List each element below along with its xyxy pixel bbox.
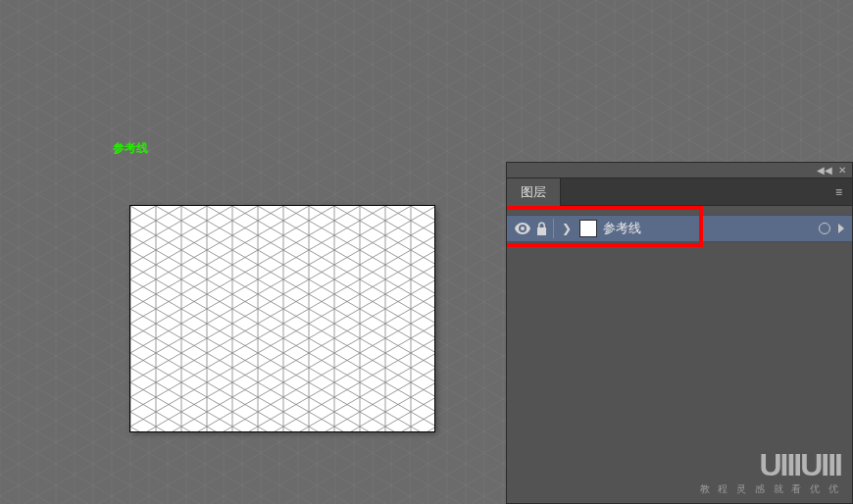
tab-label: 图层 <box>521 183 546 201</box>
panel-topbar: ◀◀ ✕ <box>507 163 852 178</box>
target-icon[interactable] <box>819 223 830 234</box>
close-panel-icon[interactable]: ✕ <box>838 165 846 176</box>
label-text: 参考线 <box>113 140 148 157</box>
collapse-panel-icon[interactable]: ◀◀ <box>817 165 832 176</box>
panel-menu-icon[interactable]: ≡ <box>826 185 852 199</box>
layer-thumbnail[interactable] <box>579 220 597 237</box>
select-indicator-icon[interactable] <box>838 224 844 233</box>
visibility-toggle-icon[interactable] <box>515 223 530 234</box>
column-divider <box>553 219 554 238</box>
panel-tab-bar: 图层 ≡ <box>507 178 852 206</box>
artboard[interactable] <box>130 206 434 431</box>
canvas-selection-label: 参考线 <box>113 140 148 157</box>
expand-chevron-icon[interactable]: ❯ <box>560 222 574 235</box>
svg-rect-1 <box>130 206 434 431</box>
tab-layers[interactable]: 图层 <box>507 178 561 206</box>
layer-row[interactable]: ❯ 参考线 <box>507 215 852 242</box>
lock-icon[interactable] <box>536 222 547 235</box>
layers-panel: ◀◀ ✕ 图层 ≡ ❯ 参考线 <box>506 162 853 504</box>
layer-name-label[interactable]: 参考线 <box>603 220 813 237</box>
layers-list: ❯ 参考线 <box>507 206 852 503</box>
